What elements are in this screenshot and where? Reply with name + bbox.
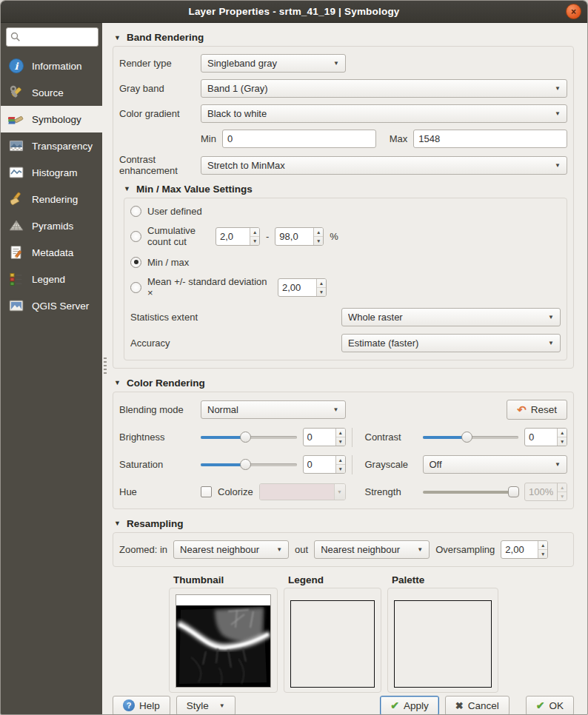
brightness-slider[interactable] — [201, 432, 297, 443]
contrast-enhancement-combobox[interactable]: Stretch to MinMax ▼ — [201, 156, 567, 175]
apply-button[interactable]: ✔ Apply — [380, 696, 439, 715]
minmax-settings-group: User defined Cumulative count cut ▲▼ - — [124, 198, 567, 360]
search-input[interactable] — [21, 32, 95, 42]
search-box[interactable] — [6, 27, 98, 47]
color-gradient-combobox[interactable]: Black to white ▼ — [201, 104, 567, 123]
spin-value[interactable] — [304, 429, 335, 446]
zoomed-out-combobox[interactable]: Nearest neighbour ▼ — [314, 540, 430, 559]
slider-thumb[interactable] — [240, 432, 251, 443]
spin-up-icon[interactable]: ▲ — [336, 456, 345, 465]
saturation-spinbox[interactable]: ▲▼ — [303, 455, 346, 474]
user-defined-label: User defined — [147, 206, 202, 217]
cumulative-low-spinbox[interactable]: ▲▼ — [216, 227, 260, 246]
spin-down-icon[interactable]: ▼ — [538, 550, 547, 558]
spin-value[interactable] — [501, 541, 538, 558]
close-button[interactable]: × — [566, 4, 581, 19]
spin-value[interactable] — [525, 483, 557, 500]
mean-std-radio[interactable] — [130, 282, 141, 293]
sidebar-item-pyramids[interactable]: Pyramids — [1, 212, 102, 239]
sidebar-item-symbology[interactable]: Symbology — [1, 106, 102, 132]
statistics-extent-combobox[interactable]: Whole raster ▼ — [341, 308, 561, 326]
zoomed-in-combobox[interactable]: Nearest neighbour ▼ — [173, 540, 289, 559]
preview-row: Thumbnail — [169, 574, 574, 693]
spin-up-icon[interactable]: ▲ — [317, 279, 326, 288]
spinner-arrows[interactable]: ▲▼ — [313, 228, 323, 245]
spin-down-icon[interactable]: ▼ — [336, 437, 345, 446]
chevron-down-icon: ▼ — [548, 340, 554, 346]
wrench-icon — [7, 84, 25, 101]
sidebar-item-rendering[interactable]: Rendering — [1, 186, 102, 212]
spin-up-icon[interactable]: ▲ — [314, 228, 323, 237]
oversampling-spinbox[interactable]: ▲▼ — [501, 540, 548, 559]
spin-up-icon[interactable]: ▲ — [250, 228, 259, 237]
sidebar-item-source[interactable]: Source — [1, 79, 102, 106]
spin-down-icon[interactable]: ▼ — [314, 237, 323, 245]
button-label: Apply — [404, 700, 429, 711]
spin-down-icon[interactable]: ▼ — [558, 437, 567, 446]
resampling-group: Zoomed: in Nearest neighbour ▼ out Neare… — [113, 532, 574, 567]
sidebar-item-qgis-server[interactable]: QGIS Server — [1, 292, 102, 319]
spin-up-icon[interactable]: ▲ — [538, 541, 547, 550]
contrast-slider[interactable] — [423, 432, 519, 443]
grayscale-combobox[interactable]: Off ▼ — [423, 455, 568, 474]
spinner-arrows[interactable]: ▲▼ — [316, 279, 326, 296]
strength-spinbox[interactable]: ▲▼ — [524, 483, 567, 501]
contrast-spinbox[interactable]: ▲▼ — [524, 428, 567, 446]
sidebar-item-histogram[interactable]: Histogram — [1, 159, 102, 186]
max-input[interactable] — [413, 130, 567, 148]
cancel-button[interactable]: ✖ Cancel — [445, 696, 510, 715]
slider-thumb[interactable] — [240, 459, 251, 470]
cumulative-high-spinbox[interactable]: ▲▼ — [275, 227, 324, 246]
style-button[interactable]: Style ▼ — [176, 696, 235, 715]
spin-value[interactable] — [304, 456, 335, 473]
reset-button[interactable]: ↶ Reset — [507, 400, 567, 420]
brightness-spinbox[interactable]: ▲▼ — [303, 428, 346, 446]
resampling-header[interactable]: ▼ Resampling — [114, 518, 574, 529]
spin-down-icon[interactable]: ▼ — [558, 492, 567, 500]
spin-down-icon[interactable]: ▼ — [336, 465, 345, 473]
spin-up-icon[interactable]: ▲ — [558, 483, 567, 492]
colorize-color-swatch[interactable]: ▼ — [259, 483, 346, 500]
sidebar-item-legend[interactable]: Legend — [1, 266, 102, 292]
spin-value[interactable] — [278, 279, 316, 296]
spin-up-icon[interactable]: ▲ — [336, 429, 345, 437]
std-multiplier-spinbox[interactable]: ▲▼ — [278, 278, 327, 297]
cumulative-count-cut-radio[interactable] — [130, 231, 141, 242]
slider-thumb[interactable] — [508, 486, 519, 497]
saturation-slider[interactable] — [201, 459, 297, 470]
ok-button[interactable]: ✔ OK — [526, 696, 574, 715]
color-rendering-header[interactable]: ▼ Color Rendering — [114, 377, 574, 389]
spin-up-icon[interactable]: ▲ — [558, 429, 567, 437]
slider-thumb[interactable] — [461, 432, 472, 443]
spinner-arrows[interactable]: ▲▼ — [557, 429, 567, 446]
gray-band-combobox[interactable]: Band 1 (Gray) ▼ — [201, 79, 567, 98]
min-input[interactable] — [222, 130, 376, 148]
spin-value[interactable] — [525, 429, 557, 446]
render-type-combobox[interactable]: Singleband gray ▼ — [201, 54, 346, 73]
sidebar-item-transparency[interactable]: Transparency — [1, 132, 102, 159]
min-max-radio[interactable] — [130, 257, 141, 268]
sidebar-item-metadata[interactable]: Metadata — [1, 239, 102, 266]
spin-down-icon[interactable]: ▼ — [250, 237, 259, 245]
titlebar[interactable]: Layer Properties - srtm_41_19 | Symbolog… — [1, 1, 587, 23]
minmax-settings-header[interactable]: ▼ Min / Max Value Settings — [124, 184, 567, 195]
user-defined-radio[interactable] — [130, 206, 141, 217]
accuracy-combobox[interactable]: Estimate (faster) ▼ — [341, 334, 561, 352]
spin-value[interactable] — [216, 228, 250, 245]
sidebar-item-information[interactable]: i Information — [1, 53, 102, 79]
spinner-arrows[interactable]: ▲▼ — [250, 228, 259, 245]
contrast-enhancement-label: Contrast enhancement — [119, 155, 195, 177]
slider-track[interactable] — [423, 491, 519, 494]
strength-slider[interactable] — [423, 486, 519, 497]
spinner-arrows[interactable]: ▲▼ — [335, 429, 345, 446]
splitter-handle[interactable] — [104, 358, 107, 374]
spinner-arrows[interactable]: ▲▼ — [538, 541, 547, 558]
colorize-checkbox[interactable] — [201, 486, 212, 497]
blending-mode-combobox[interactable]: Normal ▼ — [201, 400, 346, 419]
spinner-arrows[interactable]: ▲▼ — [557, 483, 567, 500]
spin-down-icon[interactable]: ▼ — [317, 288, 326, 296]
spin-value[interactable] — [275, 228, 313, 245]
band-rendering-header[interactable]: ▼ Band Rendering — [114, 32, 574, 43]
spinner-arrows[interactable]: ▲▼ — [335, 456, 345, 473]
help-button[interactable]: ? Help — [113, 696, 170, 715]
